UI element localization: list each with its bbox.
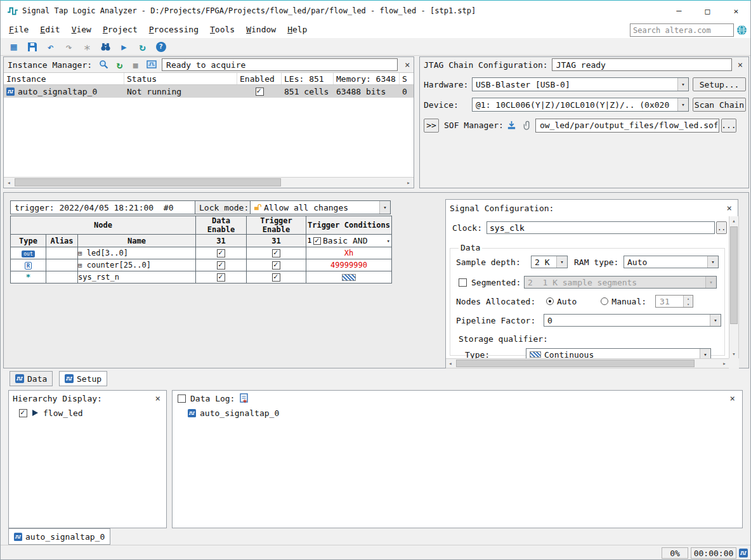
instance-hscrollbar[interactable]: ◂ ▸ (4, 177, 414, 188)
trigger-enable-header[interactable]: Trigger Enable (247, 216, 306, 235)
clock-input[interactable] (487, 221, 715, 234)
program-device-icon[interactable] (504, 118, 519, 133)
spin-down-icon[interactable]: ▾ (683, 301, 693, 307)
scroll-right-icon[interactable]: ▸ (720, 359, 729, 368)
tab-setup[interactable]: Setup (59, 371, 107, 386)
menu-project[interactable]: Project (97, 22, 143, 37)
menu-tools[interactable]: Tools (204, 22, 240, 37)
menu-help[interactable]: Help (282, 22, 313, 37)
run-analysis-icon[interactable]: ▶ (116, 39, 132, 54)
trigger-conditions-header[interactable]: Trigger Conditions (306, 216, 392, 235)
col-status[interactable]: Status (124, 73, 237, 84)
expand-button[interactable]: >> (424, 119, 439, 133)
alias-cell[interactable] (46, 259, 78, 271)
setup-button[interactable]: Setup... (693, 77, 746, 91)
signal-config-vscrollbar[interactable]: ▴ ▾ (729, 216, 739, 358)
trigger-enable-checkbox[interactable] (272, 261, 280, 270)
hierarchy-item[interactable]: flow_led (9, 406, 166, 420)
undo-icon[interactable]: ↶ (42, 39, 58, 54)
col-instance[interactable]: Instance (4, 73, 124, 84)
sof-browse-button[interactable]: ... (721, 119, 736, 133)
close-icon[interactable]: × (736, 60, 745, 69)
col-les[interactable]: LEs: 851 (282, 73, 334, 84)
trigger-enable-checkbox[interactable] (272, 249, 280, 257)
minimize-button[interactable]: ─ (665, 1, 693, 21)
sof-path-field[interactable]: ow_led/par/output_files/flow_led.sof (535, 119, 719, 133)
trigger-condition-pattern[interactable] (306, 271, 392, 283)
manual-spinner[interactable]: 31 ▴ ▾ (655, 295, 693, 308)
lock-mode-dropdown[interactable]: Allow all changes ▾ (250, 200, 391, 214)
redo-icon[interactable]: ↷ (61, 39, 77, 54)
chevron-down-icon[interactable]: ▾ (387, 238, 390, 244)
hierarchy-checkbox[interactable] (19, 409, 27, 417)
trigger-enable-checkbox[interactable] (272, 273, 280, 282)
expand-icon[interactable]: ⊞ (78, 249, 82, 257)
segmented-checkbox[interactable] (459, 278, 467, 287)
scroll-right-icon[interactable]: ▸ (403, 178, 414, 187)
rerun-icon[interactable]: ↻ (134, 39, 150, 54)
scroll-up-icon[interactable]: ▴ (729, 216, 738, 225)
menu-window[interactable]: Window (240, 22, 282, 37)
pipeline-factor-dropdown[interactable]: 0 ▾ (544, 314, 721, 327)
data-enable-checkbox[interactable] (217, 261, 225, 270)
run-analysis-icon[interactable] (96, 58, 112, 72)
scroll-thumb[interactable] (730, 226, 738, 324)
data-enable-header[interactable]: Data Enable (196, 216, 247, 235)
scroll-left-icon[interactable]: ◂ (446, 359, 455, 368)
table-row[interactable]: * sys_rst_n (11, 271, 392, 283)
attach-sof-icon[interactable] (519, 118, 535, 133)
clock-browse-button[interactable]: .. (716, 221, 727, 234)
new-table-icon[interactable]: ▦ (6, 39, 22, 54)
auto-radio[interactable] (546, 297, 554, 305)
help-icon[interactable]: ? (153, 39, 169, 54)
hardware-dropdown[interactable]: USB-Blaster [USB-0] ▾ (472, 77, 689, 91)
condition-enable-checkbox[interactable] (313, 237, 321, 245)
scroll-thumb[interactable] (456, 360, 695, 367)
storage-type-dropdown[interactable]: Continuous ▾ (526, 348, 711, 358)
instance-enabled-checkbox[interactable] (256, 88, 264, 96)
node-name[interactable]: counter[25..0] (87, 261, 151, 270)
close-icon[interactable]: × (153, 394, 162, 403)
trigger-condition-value[interactable]: 49999990 (306, 259, 392, 271)
scroll-left-icon[interactable]: ◂ (4, 178, 14, 187)
close-button[interactable]: × (722, 1, 750, 21)
tab-data[interactable]: Data (10, 371, 53, 386)
device-dropdown[interactable]: @1: 10CL006(Y|Z)/10CL010(Y|Z)/.. (0x020 … (472, 98, 689, 112)
globe-icon[interactable] (736, 25, 747, 36)
scan-chain-button[interactable]: Scan Chain (693, 98, 746, 112)
spin-up-icon[interactable]: ▴ (683, 296, 693, 301)
node-name[interactable]: sys_rst_n (78, 273, 119, 282)
alias-cell[interactable] (46, 247, 78, 259)
trigger-condition-value[interactable]: Xh (306, 247, 392, 259)
scroll-thumb[interactable] (15, 178, 281, 186)
sample-depth-dropdown[interactable]: 2 K ▾ (531, 256, 568, 268)
menu-processing[interactable]: Processing (143, 22, 204, 37)
read-data-icon[interactable] (143, 58, 159, 72)
menu-edit[interactable]: Edit (34, 22, 65, 37)
data-log-icon[interactable] (239, 393, 249, 403)
data-log-checkbox[interactable] (178, 394, 186, 403)
table-row[interactable]: R ⊞ counter[25..0] 49999990 (11, 259, 392, 271)
menu-view[interactable]: View (66, 22, 97, 37)
search-box[interactable] (630, 23, 734, 37)
manual-radio[interactable] (601, 297, 608, 305)
scroll-down-icon[interactable]: ▾ (729, 349, 738, 358)
col-memory[interactable]: Memory: 6348 (334, 73, 400, 84)
table-row[interactable]: out ⊞ led[3..0] Xh (11, 247, 392, 259)
instance-row[interactable]: auto_signaltap_0 Not running 851 cells 6… (4, 85, 414, 98)
condition-mode[interactable]: Basic AND (323, 236, 367, 245)
signal-config-hscrollbar[interactable]: ◂ ▸ (446, 358, 729, 368)
expand-icon[interactable]: ⊞ (78, 261, 82, 270)
maximize-button[interactable]: □ (693, 1, 722, 21)
data-enable-checkbox[interactable] (217, 249, 225, 257)
settings-icon[interactable]: ∗ (79, 39, 95, 54)
node-name[interactable]: led[3..0] (87, 249, 128, 257)
find-icon[interactable] (98, 39, 114, 54)
col-enabled[interactable]: Enabled (237, 73, 282, 84)
ram-type-dropdown[interactable]: Auto ▾ (624, 256, 719, 268)
close-icon[interactable]: × (725, 204, 734, 212)
data-enable-checkbox[interactable] (217, 273, 225, 282)
close-icon[interactable]: × (728, 394, 737, 403)
bottom-instance-tab[interactable]: auto_signaltap_0 (8, 528, 110, 545)
search-input[interactable] (633, 26, 731, 35)
